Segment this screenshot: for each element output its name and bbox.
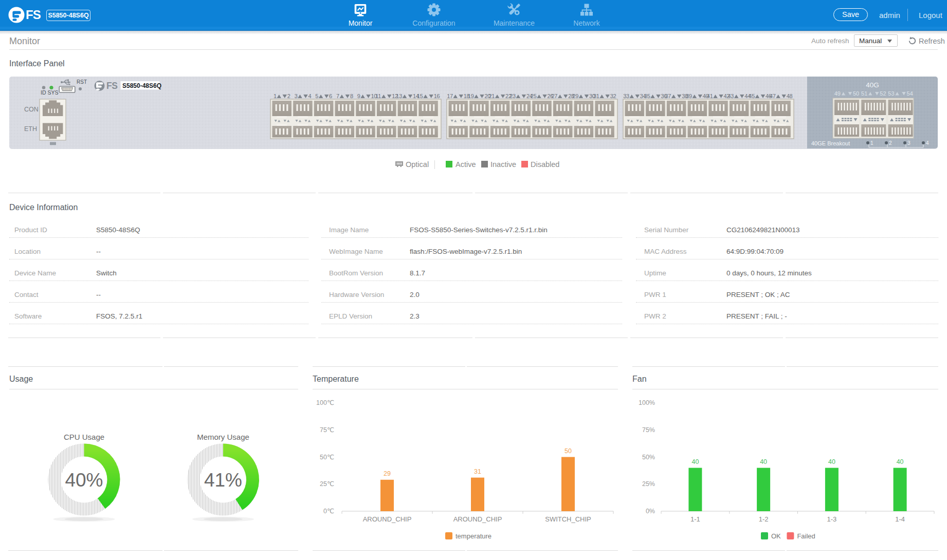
svg-text:13: 13 xyxy=(396,93,402,99)
svg-text:41: 41 xyxy=(707,93,713,99)
svg-text:4: 4 xyxy=(926,140,929,146)
svg-text:40: 40 xyxy=(828,458,835,465)
svg-text:40: 40 xyxy=(691,458,699,465)
svg-text:6: 6 xyxy=(329,93,332,99)
svg-text:0%: 0% xyxy=(646,508,655,515)
svg-text:53: 53 xyxy=(888,90,894,97)
svg-text:40%: 40% xyxy=(65,470,103,491)
svg-text:43: 43 xyxy=(728,93,734,99)
svg-text:100℃: 100℃ xyxy=(316,399,334,406)
svg-text:Failed: Failed xyxy=(797,532,815,540)
svg-text:17: 17 xyxy=(447,93,453,99)
svg-text:S5850-48S6Q: S5850-48S6Q xyxy=(122,82,161,89)
svg-text:45: 45 xyxy=(749,93,755,99)
svg-text:3: 3 xyxy=(295,93,298,99)
svg-text:31: 31 xyxy=(474,468,481,475)
svg-text:RST: RST xyxy=(77,79,87,85)
svg-text:CPU Usage: CPU Usage xyxy=(64,433,104,441)
svg-text:40: 40 xyxy=(760,458,767,465)
svg-text:11: 11 xyxy=(375,93,381,99)
svg-text:47: 47 xyxy=(770,93,776,99)
svg-text:40: 40 xyxy=(897,458,904,465)
svg-text:41%: 41% xyxy=(204,470,242,491)
svg-text:100%: 100% xyxy=(639,399,655,406)
svg-text:FS: FS xyxy=(106,81,117,91)
svg-text:49: 49 xyxy=(834,90,841,97)
svg-text:15: 15 xyxy=(417,93,423,99)
svg-text:7: 7 xyxy=(336,93,339,99)
svg-text:16: 16 xyxy=(434,93,440,99)
svg-text:35: 35 xyxy=(644,93,650,99)
svg-text:25℃: 25℃ xyxy=(320,480,334,488)
svg-text:23: 23 xyxy=(509,93,516,99)
svg-text:1: 1 xyxy=(870,140,873,146)
svg-text:4: 4 xyxy=(308,93,312,99)
svg-text:75%: 75% xyxy=(642,426,655,434)
svg-text:32: 32 xyxy=(610,93,616,99)
svg-text:48: 48 xyxy=(787,93,793,99)
svg-text:CON: CON xyxy=(24,106,39,113)
svg-text:25: 25 xyxy=(531,93,537,99)
svg-text:50℃: 50℃ xyxy=(320,454,334,461)
svg-text:temperature: temperature xyxy=(456,532,491,540)
svg-text:50%: 50% xyxy=(642,454,655,461)
svg-text:SWITCH_CHIP: SWITCH_CHIP xyxy=(545,515,591,523)
svg-text:2: 2 xyxy=(287,93,290,99)
svg-text:39: 39 xyxy=(686,93,692,99)
svg-text:54: 54 xyxy=(907,90,913,97)
svg-text:AROUND_CHIP: AROUND_CHIP xyxy=(363,515,412,523)
svg-text:31: 31 xyxy=(593,93,599,99)
svg-text:25%: 25% xyxy=(642,480,655,488)
svg-text:9: 9 xyxy=(357,93,360,99)
svg-text:29: 29 xyxy=(384,470,391,477)
svg-text:19: 19 xyxy=(468,93,474,99)
svg-text:8: 8 xyxy=(350,93,353,99)
svg-text:2: 2 xyxy=(889,140,892,146)
svg-text:0℃: 0℃ xyxy=(323,508,334,515)
svg-text:OK: OK xyxy=(771,532,781,540)
svg-text:40GE Breakout: 40GE Breakout xyxy=(811,140,850,146)
svg-text:AROUND_CHIP: AROUND_CHIP xyxy=(453,515,502,523)
svg-text:21: 21 xyxy=(488,93,495,99)
svg-text:40G: 40G xyxy=(866,81,879,89)
svg-text:1-1: 1-1 xyxy=(690,515,700,523)
svg-text:ETH: ETH xyxy=(24,125,37,133)
svg-text:29: 29 xyxy=(572,93,578,99)
svg-text:5: 5 xyxy=(315,93,318,99)
svg-text:52: 52 xyxy=(880,90,886,97)
svg-text:75℃: 75℃ xyxy=(320,426,334,434)
svg-text:51: 51 xyxy=(861,90,867,97)
svg-text:1-3: 1-3 xyxy=(827,515,837,523)
svg-text:ID SYS: ID SYS xyxy=(41,89,58,96)
svg-text:1: 1 xyxy=(274,93,277,99)
svg-text:33: 33 xyxy=(623,93,629,99)
svg-text:1-4: 1-4 xyxy=(895,515,905,523)
svg-text:50: 50 xyxy=(564,447,572,455)
svg-text:27: 27 xyxy=(552,93,558,99)
svg-text:3: 3 xyxy=(907,140,910,146)
svg-text:37: 37 xyxy=(665,93,671,99)
svg-text:50: 50 xyxy=(853,90,859,97)
svg-text:Memory Usage: Memory Usage xyxy=(197,433,249,441)
svg-text:1-2: 1-2 xyxy=(759,515,769,523)
